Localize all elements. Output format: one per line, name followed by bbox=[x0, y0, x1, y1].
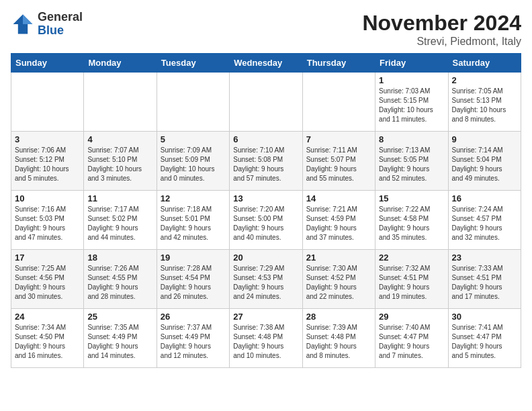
day-number: 27 bbox=[233, 312, 298, 322]
day-info: Sunrise: 7:39 AM Sunset: 4:48 PM Dayligh… bbox=[306, 323, 371, 361]
day-info: Sunrise: 7:29 AM Sunset: 4:53 PM Dayligh… bbox=[233, 264, 298, 302]
day-number: 26 bbox=[161, 312, 226, 322]
day-info: Sunrise: 7:38 AM Sunset: 4:48 PM Dayligh… bbox=[233, 323, 298, 361]
day-info: Sunrise: 7:24 AM Sunset: 4:57 PM Dayligh… bbox=[452, 205, 517, 242]
day-info: Sunrise: 7:21 AM Sunset: 4:59 PM Dayligh… bbox=[306, 205, 371, 242]
day-number: 25 bbox=[87, 312, 152, 322]
calendar-cell: 16Sunrise: 7:24 AM Sunset: 4:57 PM Dayli… bbox=[448, 191, 521, 250]
logo-general-text: General bbox=[38, 10, 83, 24]
day-info: Sunrise: 7:13 AM Sunset: 5:05 PM Dayligh… bbox=[379, 146, 444, 183]
day-info: Sunrise: 7:35 AM Sunset: 4:49 PM Dayligh… bbox=[87, 323, 152, 361]
day-info: Sunrise: 7:10 AM Sunset: 5:08 PM Dayligh… bbox=[233, 146, 298, 183]
calendar-cell: 2Sunrise: 7:05 AM Sunset: 5:13 PM Daylig… bbox=[448, 73, 521, 132]
calendar-cell: 26Sunrise: 7:37 AM Sunset: 4:49 PM Dayli… bbox=[157, 309, 229, 368]
title-area: November 2024 Strevi, Piedmont, Italy bbox=[362, 11, 521, 48]
day-number: 24 bbox=[15, 312, 80, 322]
day-number: 13 bbox=[233, 193, 298, 203]
day-number: 29 bbox=[379, 312, 444, 322]
svg-marker-1 bbox=[23, 14, 32, 24]
weekday-header-cell: Monday bbox=[84, 54, 157, 73]
day-number: 18 bbox=[87, 253, 152, 263]
day-number: 14 bbox=[306, 193, 371, 203]
weekday-header-cell: Tuesday bbox=[157, 54, 229, 73]
day-info: Sunrise: 7:16 AM Sunset: 5:03 PM Dayligh… bbox=[15, 205, 80, 242]
day-info: Sunrise: 7:30 AM Sunset: 4:52 PM Dayligh… bbox=[306, 264, 371, 302]
day-number: 10 bbox=[15, 193, 80, 203]
day-number: 15 bbox=[379, 193, 444, 203]
calendar-cell: 1Sunrise: 7:03 AM Sunset: 5:15 PM Daylig… bbox=[375, 73, 448, 132]
day-info: Sunrise: 7:28 AM Sunset: 4:54 PM Dayligh… bbox=[161, 264, 226, 302]
weekday-header-cell: Wednesday bbox=[230, 54, 302, 73]
day-info: Sunrise: 7:07 AM Sunset: 5:10 PM Dayligh… bbox=[87, 146, 152, 183]
calendar-cell: 12Sunrise: 7:18 AM Sunset: 5:01 PM Dayli… bbox=[157, 191, 229, 250]
day-number: 19 bbox=[161, 253, 226, 263]
day-info: Sunrise: 7:26 AM Sunset: 4:55 PM Dayligh… bbox=[87, 264, 152, 302]
day-number: 17 bbox=[15, 253, 80, 263]
calendar-cell: 30Sunrise: 7:41 AM Sunset: 4:47 PM Dayli… bbox=[448, 309, 521, 368]
day-number: 4 bbox=[87, 134, 152, 144]
day-number: 11 bbox=[87, 193, 152, 203]
logo-icon bbox=[11, 12, 35, 36]
day-info: Sunrise: 7:33 AM Sunset: 4:51 PM Dayligh… bbox=[452, 264, 517, 302]
calendar-cell: 8Sunrise: 7:13 AM Sunset: 5:05 PM Daylig… bbox=[375, 132, 448, 191]
calendar-cell bbox=[84, 73, 157, 132]
day-info: Sunrise: 7:32 AM Sunset: 4:51 PM Dayligh… bbox=[379, 264, 444, 302]
day-info: Sunrise: 7:03 AM Sunset: 5:15 PM Dayligh… bbox=[379, 87, 444, 124]
day-info: Sunrise: 7:22 AM Sunset: 4:58 PM Dayligh… bbox=[379, 205, 444, 242]
calendar-cell: 21Sunrise: 7:30 AM Sunset: 4:52 PM Dayli… bbox=[302, 250, 375, 309]
day-number: 5 bbox=[161, 134, 226, 144]
day-number: 7 bbox=[306, 134, 371, 144]
logo-blue-text: Blue bbox=[38, 24, 64, 37]
calendar-cell: 3Sunrise: 7:06 AM Sunset: 5:12 PM Daylig… bbox=[11, 132, 84, 191]
weekday-header-cell: Sunday bbox=[11, 54, 84, 73]
calendar-table: SundayMondayTuesdayWednesdayThursdayFrid… bbox=[11, 53, 521, 368]
day-number: 3 bbox=[15, 134, 80, 144]
calendar-cell: 19Sunrise: 7:28 AM Sunset: 4:54 PM Dayli… bbox=[157, 250, 229, 309]
day-info: Sunrise: 7:41 AM Sunset: 4:47 PM Dayligh… bbox=[452, 323, 517, 361]
calendar-cell: 4Sunrise: 7:07 AM Sunset: 5:10 PM Daylig… bbox=[84, 132, 157, 191]
calendar-cell: 7Sunrise: 7:11 AM Sunset: 5:07 PM Daylig… bbox=[302, 132, 375, 191]
location-subtitle: Strevi, Piedmont, Italy bbox=[362, 36, 521, 48]
calendar-cell: 11Sunrise: 7:17 AM Sunset: 5:02 PM Dayli… bbox=[84, 191, 157, 250]
day-info: Sunrise: 7:06 AM Sunset: 5:12 PM Dayligh… bbox=[15, 146, 80, 183]
day-info: Sunrise: 7:05 AM Sunset: 5:13 PM Dayligh… bbox=[452, 87, 517, 124]
calendar-week-row: 10Sunrise: 7:16 AM Sunset: 5:03 PM Dayli… bbox=[11, 191, 521, 250]
day-number: 8 bbox=[379, 134, 444, 144]
weekday-header-cell: Friday bbox=[375, 54, 448, 73]
calendar-week-row: 17Sunrise: 7:25 AM Sunset: 4:56 PM Dayli… bbox=[11, 250, 521, 309]
calendar-cell: 6Sunrise: 7:10 AM Sunset: 5:08 PM Daylig… bbox=[230, 132, 302, 191]
calendar-cell: 9Sunrise: 7:14 AM Sunset: 5:04 PM Daylig… bbox=[448, 132, 521, 191]
day-info: Sunrise: 7:34 AM Sunset: 4:50 PM Dayligh… bbox=[15, 323, 80, 361]
calendar-cell: 24Sunrise: 7:34 AM Sunset: 4:50 PM Dayli… bbox=[11, 309, 84, 368]
day-number: 12 bbox=[161, 193, 226, 203]
calendar-cell: 13Sunrise: 7:20 AM Sunset: 5:00 PM Dayli… bbox=[230, 191, 302, 250]
weekday-header-cell: Saturday bbox=[448, 54, 521, 73]
calendar-cell: 10Sunrise: 7:16 AM Sunset: 5:03 PM Dayli… bbox=[11, 191, 84, 250]
day-number: 28 bbox=[306, 312, 371, 322]
day-number: 6 bbox=[233, 134, 298, 144]
day-number: 20 bbox=[233, 253, 298, 263]
calendar-week-row: 3Sunrise: 7:06 AM Sunset: 5:12 PM Daylig… bbox=[11, 132, 521, 191]
header: General Blue November 2024 Strevi, Piedm… bbox=[11, 11, 521, 48]
weekday-header-cell: Thursday bbox=[302, 54, 375, 73]
day-number: 16 bbox=[452, 193, 517, 203]
day-info: Sunrise: 7:17 AM Sunset: 5:02 PM Dayligh… bbox=[87, 205, 152, 242]
day-number: 30 bbox=[452, 312, 517, 322]
day-info: Sunrise: 7:11 AM Sunset: 5:07 PM Dayligh… bbox=[306, 146, 371, 183]
calendar-week-row: 24Sunrise: 7:34 AM Sunset: 4:50 PM Dayli… bbox=[11, 309, 521, 368]
day-number: 9 bbox=[452, 134, 517, 144]
calendar-cell bbox=[11, 73, 84, 132]
calendar-cell: 23Sunrise: 7:33 AM Sunset: 4:51 PM Dayli… bbox=[448, 250, 521, 309]
day-info: Sunrise: 7:25 AM Sunset: 4:56 PM Dayligh… bbox=[15, 264, 80, 302]
calendar-cell: 17Sunrise: 7:25 AM Sunset: 4:56 PM Dayli… bbox=[11, 250, 84, 309]
month-year-title: November 2024 bbox=[362, 11, 521, 36]
calendar-cell: 5Sunrise: 7:09 AM Sunset: 5:09 PM Daylig… bbox=[157, 132, 229, 191]
calendar-cell: 28Sunrise: 7:39 AM Sunset: 4:48 PM Dayli… bbox=[302, 309, 375, 368]
day-number: 1 bbox=[379, 75, 444, 85]
day-info: Sunrise: 7:37 AM Sunset: 4:49 PM Dayligh… bbox=[161, 323, 226, 361]
calendar-cell: 18Sunrise: 7:26 AM Sunset: 4:55 PM Dayli… bbox=[84, 250, 157, 309]
day-number: 21 bbox=[306, 253, 371, 263]
calendar-cell bbox=[302, 73, 375, 132]
day-info: Sunrise: 7:40 AM Sunset: 4:47 PM Dayligh… bbox=[379, 323, 444, 361]
calendar-cell: 29Sunrise: 7:40 AM Sunset: 4:47 PM Dayli… bbox=[375, 309, 448, 368]
